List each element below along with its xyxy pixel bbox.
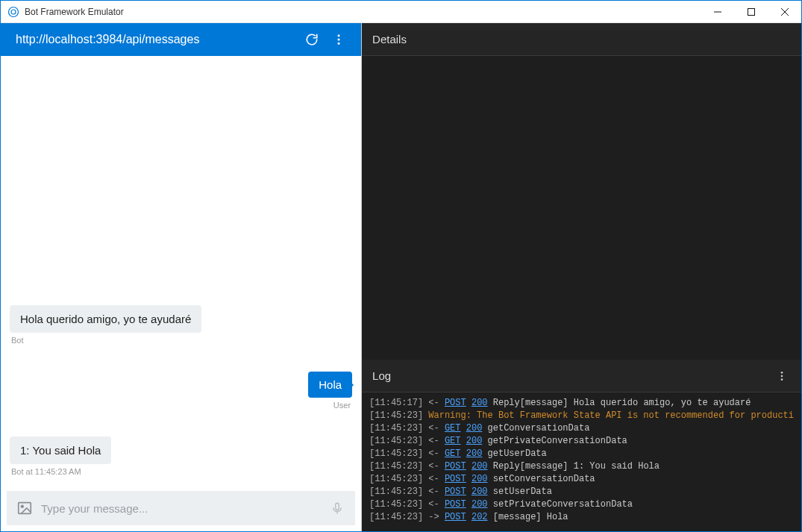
log-entry[interactable]: [11:45:23] -> POST 202 [message] Hola xyxy=(369,511,794,524)
chat-area[interactable]: Hola querido amigo, yo te ayudaré Bot Ho… xyxy=(1,56,361,486)
message-meta: User xyxy=(10,401,351,410)
chat-message-bot: Hola querido amigo, yo te ayudaré Bot xyxy=(10,305,352,345)
log-method[interactable]: POST xyxy=(445,512,466,522)
log-method[interactable]: POST xyxy=(445,398,466,408)
svg-rect-11 xyxy=(336,503,339,510)
log-more-icon[interactable] xyxy=(773,367,791,385)
log-method[interactable]: GET xyxy=(445,436,461,446)
log-section: Log [11:45:17] <- POST 200 Reply[message… xyxy=(362,360,801,531)
log-entry[interactable]: [11:45:23] <- GET 200 getPrivateConversa… xyxy=(369,435,794,448)
more-icon[interactable] xyxy=(325,26,352,53)
log-method[interactable]: POST xyxy=(445,474,466,484)
chat-message-user: Hola User xyxy=(10,372,352,410)
log-method[interactable]: POST xyxy=(445,461,466,472)
log-status[interactable]: 200 xyxy=(466,423,483,434)
log-title: Log xyxy=(372,369,391,382)
message-input[interactable] xyxy=(41,502,327,515)
log-method[interactable]: POST xyxy=(445,499,466,510)
log-status[interactable]: 200 xyxy=(472,486,488,497)
log-entry[interactable]: [11:45:23] <- POST 200 setConversationDa… xyxy=(369,473,794,486)
message-bubble[interactable]: 1: You said Hola xyxy=(10,436,111,464)
details-header: Details xyxy=(362,23,801,56)
log-status[interactable]: 200 xyxy=(472,461,488,472)
close-button[interactable] xyxy=(768,1,801,23)
message-meta: Bot xyxy=(11,336,352,345)
log-header: Log xyxy=(362,360,801,392)
chat-message-bot: 1: You said Hola Bot at 11:45:23 AM xyxy=(10,436,352,476)
log-method[interactable]: POST xyxy=(445,486,466,497)
svg-point-1 xyxy=(11,10,16,14)
message-meta: Bot at 11:45:23 AM xyxy=(11,467,352,476)
svg-point-7 xyxy=(338,39,340,41)
window-controls xyxy=(701,1,801,23)
details-title: Details xyxy=(372,33,407,46)
svg-point-8 xyxy=(338,43,340,45)
log-entry[interactable]: [11:45:23] <- GET 200 getUserData xyxy=(369,448,794,460)
log-entry[interactable]: [11:45:17] <- POST 200 Reply[message] Ho… xyxy=(369,397,794,410)
details-body[interactable] xyxy=(362,56,801,360)
svg-point-14 xyxy=(781,375,783,377)
log-entry[interactable]: [11:45:23] Warning: The Bot Framework St… xyxy=(369,410,794,422)
svg-point-10 xyxy=(21,505,23,507)
microphone-icon[interactable] xyxy=(327,498,348,519)
log-status[interactable]: 202 xyxy=(472,512,488,522)
svg-point-13 xyxy=(781,372,783,374)
app-icon xyxy=(7,5,20,19)
log-status[interactable]: 200 xyxy=(472,398,488,408)
log-status[interactable]: 200 xyxy=(472,499,488,510)
message-bubble[interactable]: Hola xyxy=(308,372,352,398)
log-entry[interactable]: [11:45:23] <- POST 200 setPrivateConvers… xyxy=(369,498,794,511)
attach-image-icon[interactable] xyxy=(14,498,35,519)
endpoint-url[interactable]: http://localhost:3984/api/messages xyxy=(16,33,298,46)
log-entry[interactable]: [11:45:23] <- POST 200 Reply[message] 1:… xyxy=(369,460,794,473)
log-method[interactable]: GET xyxy=(445,423,461,434)
titlebar: Bot Framework Emulator xyxy=(1,1,801,23)
log-status[interactable]: 200 xyxy=(466,448,483,459)
refresh-icon[interactable] xyxy=(298,26,325,53)
compose-bar xyxy=(7,491,355,525)
log-entry[interactable]: [11:45:23] <- GET 200 getConversationDat… xyxy=(369,422,794,435)
message-bubble[interactable]: Hola querido amigo, yo te ayudaré xyxy=(10,305,201,333)
minimize-button[interactable] xyxy=(701,1,734,23)
svg-rect-9 xyxy=(19,503,31,514)
log-status[interactable]: 200 xyxy=(472,474,488,484)
log-status[interactable]: 200 xyxy=(466,436,483,446)
maximize-button[interactable] xyxy=(734,1,768,23)
svg-point-6 xyxy=(338,34,340,37)
svg-point-15 xyxy=(781,378,783,381)
address-bar: http://localhost:3984/api/messages xyxy=(1,23,361,56)
log-body[interactable]: [11:45:17] <- POST 200 Reply[message] Ho… xyxy=(362,392,801,531)
log-method[interactable]: GET xyxy=(445,448,461,459)
window-title: Bot Framework Emulator xyxy=(25,7,701,17)
log-entry[interactable]: [11:45:23] <- POST 200 setUserData xyxy=(369,486,794,498)
svg-rect-3 xyxy=(748,8,754,15)
inspector-pane: Details Log [11:45:17] <- POST 200 Reply… xyxy=(362,23,801,531)
svg-point-0 xyxy=(9,7,19,16)
chat-pane: http://localhost:3984/api/messages Hola … xyxy=(1,23,362,531)
